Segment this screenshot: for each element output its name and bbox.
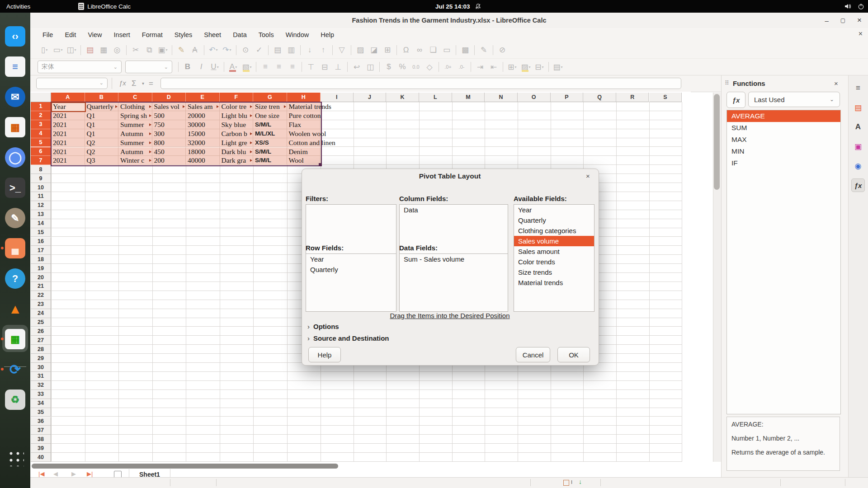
new-icon[interactable]: ▯▾ bbox=[38, 44, 51, 56]
available-field-clothing-categories[interactable]: Clothing categories bbox=[514, 225, 594, 236]
cell-D1[interactable]: Sales vol bbox=[152, 102, 186, 111]
column-header-E[interactable]: E bbox=[186, 93, 220, 102]
function-category-select[interactable]: Last Used ⌄ bbox=[748, 92, 840, 107]
format-percent-icon[interactable]: % bbox=[396, 61, 409, 73]
column-header-H[interactable]: H bbox=[287, 93, 321, 102]
menu-file[interactable]: File bbox=[37, 30, 59, 40]
sum-dropdown-icon[interactable]: ▾ bbox=[142, 81, 144, 86]
cell-A1[interactable]: Year bbox=[51, 102, 85, 111]
window-title-bar[interactable]: Fashion Trends in the Garment Industry.x… bbox=[30, 13, 868, 28]
column-header-C[interactable]: C bbox=[118, 93, 152, 102]
row-header-14[interactable]: 14 bbox=[31, 219, 51, 228]
save-icon[interactable]: ◫▾ bbox=[65, 44, 78, 56]
row-header-40[interactable]: 40 bbox=[31, 453, 51, 462]
equals-icon[interactable]: = bbox=[149, 79, 153, 88]
insert-comment-icon[interactable]: ❏ bbox=[426, 44, 440, 56]
row-header-29[interactable]: 29 bbox=[31, 354, 51, 363]
cell-F6[interactable]: Dark blu bbox=[220, 147, 254, 156]
row-header-39[interactable]: 39 bbox=[31, 444, 51, 453]
row-header-7[interactable]: 7 bbox=[31, 156, 51, 165]
align-left-icon[interactable]: ≡ bbox=[259, 61, 272, 73]
column-header-B[interactable]: B bbox=[85, 93, 119, 102]
column-header-N[interactable]: N bbox=[485, 93, 518, 102]
align-bottom-icon[interactable]: ⊥ bbox=[331, 61, 345, 73]
row-header-25[interactable]: 25 bbox=[31, 318, 51, 327]
ok-button[interactable]: OK bbox=[557, 347, 590, 362]
cell-F7[interactable]: Dark gra bbox=[220, 156, 254, 165]
font-color-icon[interactable]: A▾ bbox=[226, 61, 240, 73]
column-header-O[interactable]: O bbox=[518, 93, 551, 102]
cell-G4[interactable]: M/L/XL bbox=[253, 129, 287, 138]
options-expander[interactable]: ›Options bbox=[307, 323, 339, 330]
conditional-formatting-icon[interactable]: ▤▾ bbox=[551, 61, 565, 73]
function-item-average[interactable]: AVERAGE bbox=[727, 110, 840, 122]
row-header-19[interactable]: 19 bbox=[31, 264, 51, 273]
menu-sheet[interactable]: Sheet bbox=[198, 30, 227, 40]
cell-E6[interactable]: 18000 bbox=[186, 147, 220, 156]
cell-A5[interactable]: 2021 bbox=[51, 138, 85, 147]
cell-D3[interactable]: 750 bbox=[152, 120, 186, 129]
dock-trash-icon[interactable]: ♻ bbox=[5, 389, 25, 410]
autofilter-icon[interactable]: ▽ bbox=[335, 44, 349, 56]
panel-grip-icon[interactable]: ⠿ bbox=[725, 80, 729, 86]
menu-help[interactable]: Help bbox=[315, 30, 340, 40]
cell-B6[interactable]: Q2 bbox=[85, 147, 119, 156]
row-header-5[interactable]: 5 bbox=[31, 138, 51, 147]
format-number-icon[interactable]: 0.0 bbox=[409, 61, 423, 73]
italic-icon[interactable]: I bbox=[194, 61, 208, 73]
column-header-G[interactable]: G bbox=[253, 93, 287, 102]
font-name-combo[interactable]: 宋体⌄ bbox=[38, 61, 122, 73]
cell-C5[interactable]: Summer bbox=[118, 138, 152, 147]
function-item-if[interactable]: IF bbox=[727, 157, 840, 169]
print-preview-icon[interactable]: ◎ bbox=[110, 44, 124, 56]
row-header-6[interactable]: 6 bbox=[31, 147, 51, 156]
row-header-35[interactable]: 35 bbox=[31, 408, 51, 417]
column-header-A[interactable]: A bbox=[51, 93, 85, 102]
cell-B4[interactable]: Q1 bbox=[85, 129, 119, 138]
chevron-down-icon[interactable]: ⌄ bbox=[164, 64, 168, 70]
cell-E1[interactable]: Sales am bbox=[186, 102, 220, 111]
insert-image-icon[interactable]: ▨ bbox=[354, 44, 367, 56]
sort-descending-icon[interactable]: ↑ bbox=[316, 44, 330, 56]
cut-icon[interactable]: ✂ bbox=[129, 44, 142, 56]
row-header-22[interactable]: 22 bbox=[31, 291, 51, 300]
help-button[interactable]: Help bbox=[308, 347, 341, 362]
column-header-K[interactable]: K bbox=[386, 93, 419, 102]
sum-icon[interactable]: Σ bbox=[132, 79, 137, 88]
cell-A4[interactable]: 2021 bbox=[51, 129, 85, 138]
row-field-year[interactable]: Year bbox=[306, 254, 396, 264]
insert-pivot-table-icon[interactable]: ⊞ bbox=[381, 44, 394, 56]
row-header-34[interactable]: 34 bbox=[31, 399, 51, 408]
cell-G3[interactable]: S/M/L bbox=[253, 120, 287, 129]
last-sheet-button[interactable]: ▶| bbox=[87, 470, 93, 477]
column-header-P[interactable]: P bbox=[551, 93, 584, 102]
function-item-min[interactable]: MIN bbox=[727, 145, 840, 157]
close-document-icon[interactable]: × bbox=[859, 30, 863, 38]
sidebar-tab-functions[interactable]: ƒx bbox=[851, 178, 865, 192]
cell-F5[interactable]: Light gre bbox=[220, 138, 254, 147]
border-style-icon[interactable]: ⊟▾ bbox=[533, 61, 546, 73]
borders-icon[interactable]: ⊞▾ bbox=[505, 61, 519, 73]
cell-F2[interactable]: Light blu bbox=[220, 111, 254, 120]
row-header-17[interactable]: 17 bbox=[31, 246, 51, 255]
row-header-27[interactable]: 27 bbox=[31, 336, 51, 345]
cell-B3[interactable]: Q1 bbox=[85, 120, 119, 129]
open-icon[interactable]: ▭▾ bbox=[51, 44, 65, 56]
background-color-icon[interactable]: ▨▾ bbox=[519, 61, 533, 73]
cell-E2[interactable]: 20000 bbox=[186, 111, 220, 120]
sidebar-tab-navigator[interactable]: ◉ bbox=[851, 159, 865, 173]
column-header-M[interactable]: M bbox=[452, 93, 485, 102]
cell-A7[interactable]: 2021 bbox=[51, 156, 85, 165]
functions-panel-close-icon[interactable]: × bbox=[834, 80, 838, 87]
freeze-panes-icon[interactable]: ▩ bbox=[458, 44, 472, 56]
cell-D4[interactable]: 300 bbox=[152, 129, 186, 138]
center-vertically-icon[interactable]: ⊟ bbox=[318, 61, 331, 73]
spelling-icon[interactable]: ✓ bbox=[252, 44, 266, 56]
system-status-area[interactable] bbox=[844, 0, 864, 13]
highlight-color-icon[interactable]: ▧▾ bbox=[240, 61, 254, 73]
font-size-combo[interactable]: ⌄ bbox=[125, 61, 172, 73]
function-wizard-button[interactable]: ƒx bbox=[726, 92, 745, 108]
cell-E5[interactable]: 32000 bbox=[186, 138, 220, 147]
cell-G6[interactable]: S/M/L bbox=[253, 147, 287, 156]
cell-H4[interactable]: Woolen wool bbox=[287, 129, 321, 138]
